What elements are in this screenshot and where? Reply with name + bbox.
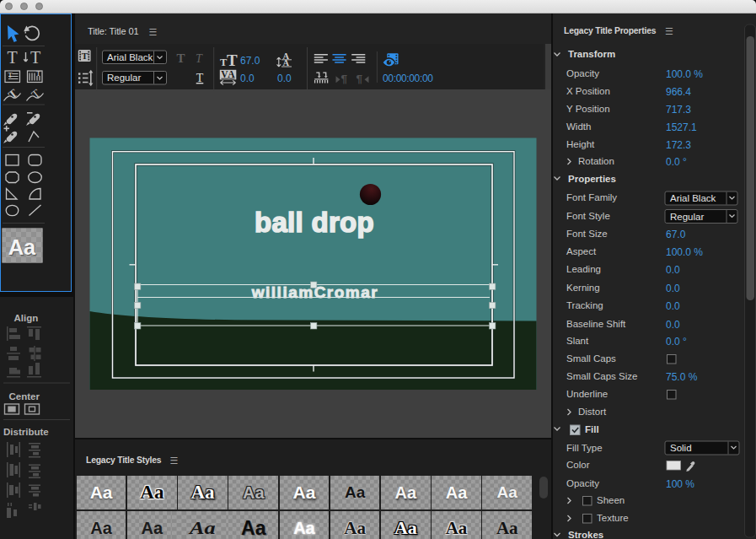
svg-text:¶: ¶ (340, 73, 347, 85)
svg-text:T: T (30, 48, 40, 67)
svg-text:T: T (36, 70, 40, 78)
svg-text:Regular: Regular (670, 212, 704, 222)
svg-text:Center: Center (9, 391, 40, 402)
svg-text:T: T (7, 48, 17, 67)
svg-text:00:00:00:00: 00:00:00:00 (383, 73, 433, 84)
svg-text:T: T (6, 86, 20, 101)
svg-text:A: A (228, 69, 235, 79)
svg-text:T: T (81, 51, 88, 61)
svg-text:0.0: 0.0 (240, 73, 255, 84)
svg-text:0.0: 0.0 (277, 73, 292, 84)
svg-text:T: T (227, 51, 238, 69)
svg-text:Arial Black: Arial Black (670, 193, 716, 203)
svg-text:¶: ¶ (356, 73, 362, 85)
svg-text:ball drop: ball drop (254, 206, 373, 237)
svg-text:Arial Black: Arial Black (107, 52, 153, 62)
svg-text:Align: Align (14, 313, 39, 323)
svg-text:T: T (29, 87, 43, 101)
svg-text:Aa: Aa (8, 235, 36, 259)
svg-text:Solid: Solid (670, 443, 692, 453)
svg-text:T: T (196, 72, 203, 84)
svg-text:T: T (196, 52, 203, 65)
svg-text:Regular: Regular (107, 73, 141, 83)
svg-text:T: T (176, 51, 185, 65)
svg-text:Distribute: Distribute (3, 427, 49, 437)
svg-text:A: A (282, 58, 289, 67)
svg-text:67.0: 67.0 (240, 55, 260, 67)
svg-text:T: T (8, 72, 13, 79)
